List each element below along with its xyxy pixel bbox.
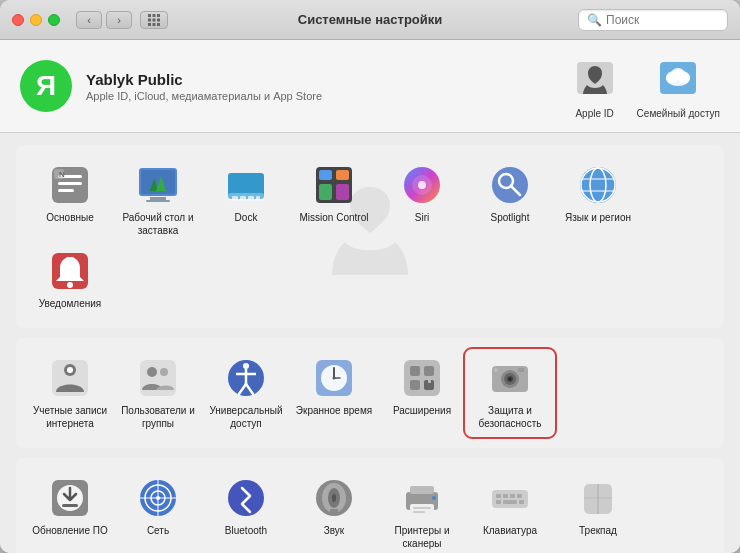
icon-item-trackpad[interactable]: Трекпад	[554, 470, 642, 553]
icon-item-dock[interactable]: Dock	[202, 157, 290, 243]
svg-point-57	[160, 368, 168, 376]
apple-id-icon	[569, 52, 621, 104]
svg-point-44	[580, 167, 616, 203]
icon-item-accounts[interactable]: Учетные записи интернета	[26, 350, 114, 436]
icon-item-accessibility[interactable]: Универсальный доступ	[202, 350, 290, 436]
svg-rect-109	[503, 500, 517, 504]
apple-id-icon-item[interactable]: Apple ID	[569, 52, 621, 120]
svg-rect-37	[336, 184, 349, 200]
icon-item-spotlight[interactable]: Spotlight	[466, 157, 554, 243]
svg-text:N: N	[59, 170, 65, 179]
icon-item-language[interactable]: Язык и регион	[554, 157, 642, 243]
icon-item-desktop[interactable]: Рабочий стол и заставка	[114, 157, 202, 243]
traffic-lights	[12, 14, 60, 26]
search-icon: 🔍	[587, 13, 602, 27]
icon-item-security[interactable]: Защита и безопасность	[466, 350, 554, 436]
mission-label: Mission Control	[300, 211, 369, 224]
security-icon	[488, 356, 532, 400]
svg-rect-100	[413, 507, 431, 509]
extensions-label: Расширения	[393, 404, 451, 417]
accounts-label: Учетные записи интернета	[30, 404, 110, 430]
svg-rect-80	[518, 368, 524, 372]
section-2-grid: Учетные записи интернета Пользователи и	[26, 350, 714, 436]
window-title: Системные настройки	[298, 12, 443, 27]
icon-item-keyboard[interactable]: Клавиатура	[466, 470, 554, 553]
svg-rect-103	[492, 490, 528, 508]
profile-bar: Я Yablyk Public Apple ID, iCloud, медиам…	[0, 40, 740, 133]
svg-rect-105	[503, 494, 508, 498]
software-update-icon	[48, 476, 92, 520]
section-1: N Основные	[16, 145, 724, 328]
network-label: Сеть	[147, 524, 169, 537]
icon-item-printers[interactable]: Принтеры и сканеры	[378, 470, 466, 553]
users-icon	[136, 356, 180, 400]
svg-point-91	[228, 480, 264, 516]
svg-rect-4	[153, 18, 156, 21]
icon-item-users[interactable]: Пользователи и группы	[114, 350, 202, 436]
grid-button[interactable]	[140, 11, 168, 29]
search-box[interactable]: 🔍	[578, 9, 728, 31]
printers-icon	[400, 476, 444, 520]
icon-item-screen-time[interactable]: Экранное время	[290, 350, 378, 436]
svg-rect-55	[140, 360, 176, 396]
content-area: N Основные	[0, 133, 740, 553]
avatar: Я	[20, 60, 72, 112]
svg-rect-101	[413, 511, 425, 513]
sound-label: Звук	[324, 524, 345, 537]
dock-icon	[224, 163, 268, 207]
sound-icon	[312, 476, 356, 520]
svg-rect-18	[58, 189, 74, 192]
svg-rect-31	[248, 196, 254, 200]
section-3-grid: Обновление ПО Сеть	[26, 470, 714, 553]
profile-info: Yablyk Public Apple ID, iCloud, медиамат…	[86, 71, 322, 102]
forward-button[interactable]: ›	[106, 11, 132, 29]
icon-item-network[interactable]: Сеть	[114, 470, 202, 553]
svg-point-68	[333, 377, 336, 380]
icon-item-notifications[interactable]: Уведомления	[26, 243, 114, 316]
svg-point-81	[494, 368, 498, 372]
search-input[interactable]	[606, 13, 719, 27]
desktop-icon	[136, 163, 180, 207]
desktop-label: Рабочий стол и заставка	[118, 211, 198, 237]
svg-rect-36	[319, 184, 332, 200]
bluetooth-icon	[224, 476, 268, 520]
svg-rect-7	[153, 23, 156, 26]
spotlight-label: Spotlight	[491, 211, 530, 224]
icon-item-software-update[interactable]: Обновление ПО	[26, 470, 114, 553]
svg-rect-34	[319, 170, 332, 180]
trackpad-icon	[576, 476, 620, 520]
close-button[interactable]	[12, 14, 24, 26]
svg-rect-17	[58, 182, 82, 185]
svg-rect-72	[410, 380, 420, 390]
family-icon	[652, 52, 704, 104]
svg-rect-106	[510, 494, 515, 498]
icon-item-general[interactable]: N Основные	[26, 157, 114, 243]
svg-point-41	[492, 167, 528, 203]
language-icon	[576, 163, 620, 207]
svg-point-56	[147, 367, 157, 377]
maximize-button[interactable]	[48, 14, 60, 26]
svg-rect-70	[410, 366, 420, 376]
icon-item-bluetooth[interactable]: Bluetooth	[202, 470, 290, 553]
section-2: Учетные записи интернета Пользователи и	[16, 338, 724, 448]
icon-item-sound[interactable]: Звук	[290, 470, 378, 553]
back-button[interactable]: ‹	[76, 11, 102, 29]
svg-rect-35	[336, 170, 349, 180]
notifications-label: Уведомления	[39, 297, 102, 310]
icon-item-mission[interactable]: Mission Control	[290, 157, 378, 243]
svg-point-14	[671, 68, 685, 80]
icon-item-siri[interactable]: Siri	[378, 157, 466, 243]
svg-rect-96	[330, 509, 338, 513]
svg-rect-3	[148, 18, 151, 21]
accounts-icon	[48, 356, 92, 400]
minimize-button[interactable]	[30, 14, 42, 26]
svg-point-54	[67, 367, 73, 373]
profile-subtitle: Apple ID, iCloud, медиаматериалы и App S…	[86, 90, 322, 102]
icon-item-extensions[interactable]: Расширения	[378, 350, 466, 436]
svg-rect-98	[410, 486, 434, 494]
language-label: Язык и регион	[565, 211, 631, 224]
family-icon-item[interactable]: Семейный доступ	[637, 52, 720, 120]
profile-left: Я Yablyk Public Apple ID, iCloud, медиам…	[20, 60, 322, 112]
screen-time-icon	[312, 356, 356, 400]
users-label: Пользователи и группы	[118, 404, 198, 430]
